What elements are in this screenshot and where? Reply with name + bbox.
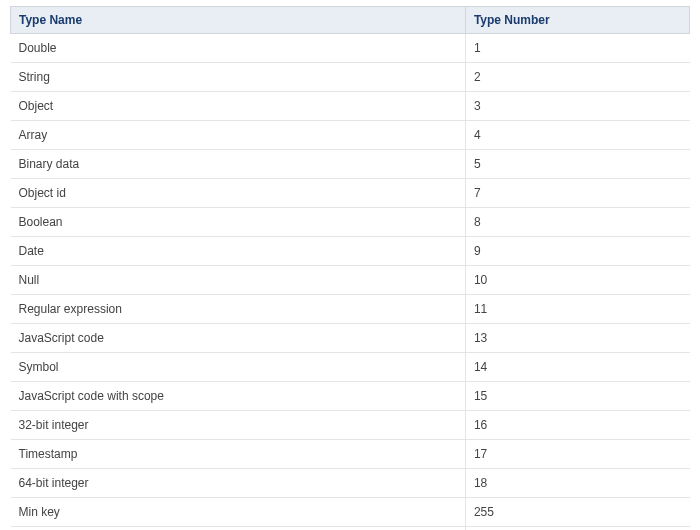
cell-type-number: 10 xyxy=(465,266,689,295)
table-container: Type Name Type Number Double 1 String 2 … xyxy=(0,0,700,530)
table-row: Date 9 xyxy=(11,237,690,266)
cell-type-name: Timestamp xyxy=(11,440,466,469)
cell-type-name: Max key xyxy=(11,527,466,531)
table-row: Null 10 xyxy=(11,266,690,295)
table-row: Binary data 5 xyxy=(11,150,690,179)
cell-type-number: 11 xyxy=(465,295,689,324)
table-row: Object 3 xyxy=(11,92,690,121)
cell-type-name: Symbol xyxy=(11,353,466,382)
cell-type-name: 64-bit integer xyxy=(11,469,466,498)
cell-type-name: Double xyxy=(11,34,466,63)
table-row: Boolean 8 xyxy=(11,208,690,237)
cell-type-number: 8 xyxy=(465,208,689,237)
cell-type-name: JavaScript code xyxy=(11,324,466,353)
cell-type-number: 7 xyxy=(465,179,689,208)
cell-type-number: 3 xyxy=(465,92,689,121)
table-row: Max key 127 xyxy=(11,527,690,531)
table-row: Min key 255 xyxy=(11,498,690,527)
cell-type-number: 1 xyxy=(465,34,689,63)
cell-type-name: Array xyxy=(11,121,466,150)
table-row: String 2 xyxy=(11,63,690,92)
table-row: JavaScript code 13 xyxy=(11,324,690,353)
header-type-name: Type Name xyxy=(11,7,466,34)
cell-type-name: 32-bit integer xyxy=(11,411,466,440)
table-row: Symbol 14 xyxy=(11,353,690,382)
cell-type-number: 5 xyxy=(465,150,689,179)
cell-type-name: Regular expression xyxy=(11,295,466,324)
cell-type-number: 13 xyxy=(465,324,689,353)
cell-type-name: Binary data xyxy=(11,150,466,179)
cell-type-number: 14 xyxy=(465,353,689,382)
cell-type-number: 18 xyxy=(465,469,689,498)
cell-type-name: Boolean xyxy=(11,208,466,237)
cell-type-name: Min key xyxy=(11,498,466,527)
cell-type-number: 2 xyxy=(465,63,689,92)
table-row: 64-bit integer 18 xyxy=(11,469,690,498)
table-row: Double 1 xyxy=(11,34,690,63)
table-row: Object id 7 xyxy=(11,179,690,208)
table-row: JavaScript code with scope 15 xyxy=(11,382,690,411)
cell-type-number: 9 xyxy=(465,237,689,266)
types-table: Type Name Type Number Double 1 String 2 … xyxy=(10,6,690,530)
table-header-row: Type Name Type Number xyxy=(11,7,690,34)
table-row: Regular expression 11 xyxy=(11,295,690,324)
table-row: Timestamp 17 xyxy=(11,440,690,469)
cell-type-name: String xyxy=(11,63,466,92)
cell-type-number: 17 xyxy=(465,440,689,469)
cell-type-number: 4 xyxy=(465,121,689,150)
cell-type-name: JavaScript code with scope xyxy=(11,382,466,411)
table-row: Array 4 xyxy=(11,121,690,150)
cell-type-name: Null xyxy=(11,266,466,295)
cell-type-number: 255 xyxy=(465,498,689,527)
cell-type-number: 127 xyxy=(465,527,689,531)
cell-type-name: Date xyxy=(11,237,466,266)
cell-type-name: Object xyxy=(11,92,466,121)
table-row: 32-bit integer 16 xyxy=(11,411,690,440)
cell-type-name: Object id xyxy=(11,179,466,208)
header-type-number: Type Number xyxy=(465,7,689,34)
cell-type-number: 15 xyxy=(465,382,689,411)
cell-type-number: 16 xyxy=(465,411,689,440)
